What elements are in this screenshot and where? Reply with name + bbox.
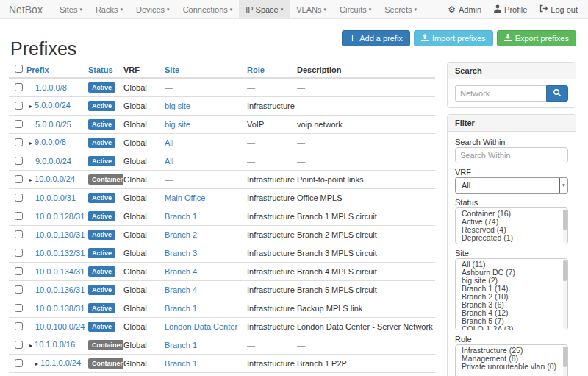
listbox-option[interactable]: Branch 4 (12)	[462, 309, 562, 317]
prefix-link[interactable]: 5.0.0.0/25	[35, 120, 71, 129]
listbox-option[interactable]: Ashburn DC (7)	[462, 269, 562, 277]
listbox-option[interactable]: Branch 3 (6)	[462, 301, 562, 309]
column-header-status[interactable]: Status	[88, 65, 113, 74]
add-prefix-button[interactable]: Add a prefix	[342, 30, 410, 46]
row-checkbox[interactable]	[15, 267, 23, 275]
prefix-link[interactable]: 9.0.0.0/8	[35, 138, 66, 146]
expand-caret-icon[interactable]: ▸	[29, 177, 32, 183]
listbox-option[interactable]: Branch 2 (10)	[462, 293, 562, 301]
site-link[interactable]: big site	[165, 120, 190, 129]
nav-item[interactable]: Devices ▾	[129, 0, 176, 18]
column-header-prefix[interactable]: Prefix	[26, 65, 49, 74]
row-checkbox[interactable]	[15, 322, 23, 330]
row-checkbox[interactable]	[15, 102, 23, 110]
listbox-option[interactable]: Private unrouteable vlan (0)	[462, 363, 562, 371]
site-link[interactable]: Branch 1	[165, 304, 197, 313]
role-listbox[interactable]: Infrastructure (25) Management (8) Priva…	[455, 344, 568, 376]
listbox-option[interactable]: Infrastructure (25)	[462, 347, 562, 355]
row-checkbox[interactable]	[15, 120, 23, 128]
site-link[interactable]: Branch 1	[165, 341, 197, 350]
prefix-link[interactable]: 10.0.0.134/31	[35, 267, 85, 276]
listbox-option[interactable]: Branch 5 (7)	[462, 317, 562, 325]
prefix-link[interactable]: 10.0.100.0/24	[35, 322, 85, 331]
select-all-checkbox[interactable]	[15, 65, 23, 73]
site-link[interactable]: Branch 2	[165, 230, 197, 239]
site-link[interactable]: Branch 3	[165, 249, 197, 258]
prefix-link[interactable]: 5.0.0.0/24	[35, 101, 71, 110]
row-checkbox[interactable]	[15, 249, 23, 257]
prefix-link[interactable]: 10.0.0.0/24	[35, 174, 75, 183]
prefix-link[interactable]: 1.0.0.0/8	[35, 83, 67, 92]
nav-item[interactable]: VLANs ▾	[290, 0, 333, 18]
prefix-link[interactable]: 10.0.0.136/31	[35, 285, 85, 294]
row-checkbox[interactable]	[15, 285, 23, 294]
expand-caret-icon[interactable]: ▸	[29, 342, 32, 349]
nav-item[interactable]: Sites ▾	[53, 0, 89, 18]
listbox-option[interactable]: All (11)	[462, 260, 562, 269]
site-link[interactable]: London Data Center	[165, 322, 237, 331]
row-checkbox[interactable]	[15, 175, 23, 183]
site-link[interactable]: Branch 1	[165, 359, 197, 368]
row-checkbox[interactable]	[15, 157, 23, 165]
listbox-option[interactable]: Active (74)	[462, 218, 562, 226]
row-checkbox[interactable]	[15, 341, 23, 349]
listbox-option[interactable]: COLO-1-2A (3)	[462, 325, 562, 330]
listbox-option[interactable]: big site (2)	[462, 277, 562, 285]
prefix-link[interactable]: 10.1.0.0/24	[40, 358, 81, 367]
site-listbox[interactable]: All (11) Ashburn DC (7) big site (2) Bra…	[455, 258, 568, 330]
site-link[interactable]: Main Office	[165, 194, 205, 202]
scrollbar-thumb[interactable]	[563, 260, 567, 281]
row-checkbox[interactable]	[15, 212, 23, 220]
prefix-link[interactable]: 10.0.0.138/31	[35, 304, 85, 313]
prefix-link[interactable]: 10.0.0.132/31	[35, 249, 85, 258]
search-within-input[interactable]	[455, 147, 568, 163]
row-checkbox[interactable]	[15, 230, 23, 238]
export-prefixes-button[interactable]: Export prefixes	[497, 30, 576, 46]
logout-link[interactable]: Log out	[539, 4, 578, 14]
site-link[interactable]: All	[165, 157, 173, 166]
row-checkbox[interactable]	[15, 359, 23, 367]
site-link[interactable]: big site	[165, 102, 190, 110]
nav-item[interactable]: Circuits ▾	[333, 0, 378, 18]
site-link[interactable]: Branch 4	[165, 285, 197, 294]
prefix-link[interactable]: 10.0.0.128/31	[35, 212, 85, 221]
row-checkbox[interactable]	[15, 304, 23, 312]
scrollbar-thumb[interactable]	[563, 347, 567, 367]
admin-link[interactable]: ⚙ Admin	[448, 5, 481, 14]
import-prefixes-button[interactable]: Import prefixes	[414, 30, 493, 46]
indent-spacer	[26, 219, 35, 219]
status-listbox[interactable]: Container (16) Active (74) Reserved (4) …	[455, 207, 568, 244]
listbox-option[interactable]: Container (16)	[462, 210, 562, 218]
listbox-option[interactable]: Reserved (4)	[462, 226, 562, 234]
vrf-select[interactable]: All ▼	[455, 177, 568, 194]
listbox-option[interactable]: Branch 1 (14)	[462, 285, 562, 293]
nav-item[interactable]: Racks ▾	[89, 0, 129, 18]
nav-item[interactable]: Connections ▾	[176, 0, 240, 18]
prefix-link[interactable]: 10.1.0.0/16	[35, 340, 75, 349]
site-link[interactable]: Branch 1	[165, 212, 197, 221]
filter-panel-title: Filter	[448, 115, 576, 132]
profile-link[interactable]: Profile	[494, 4, 527, 14]
column-header-site[interactable]: Site	[165, 65, 179, 74]
nav-item[interactable]: IP Space ▾	[239, 0, 290, 18]
listbox-option[interactable]: Management (8)	[462, 355, 562, 363]
site-link[interactable]: Branch 4	[165, 267, 197, 276]
expand-caret-icon[interactable]: ▸	[35, 361, 38, 367]
vrf-cell: Global	[123, 226, 165, 244]
site-link[interactable]: All	[165, 138, 173, 147]
listbox-option[interactable]: Deprecated (1)	[462, 234, 562, 242]
row-checkbox[interactable]	[15, 194, 23, 202]
row-checkbox[interactable]	[15, 83, 23, 91]
expand-caret-icon[interactable]: ▸	[29, 140, 32, 146]
row-checkbox[interactable]	[15, 138, 23, 146]
prefix-link[interactable]: 10.0.0.130/31	[35, 230, 85, 239]
prefix-link[interactable]: 9.0.0.0/24	[35, 157, 71, 166]
scrollbar-thumb[interactable]	[563, 210, 567, 230]
expand-caret-icon[interactable]: ▸	[29, 103, 32, 110]
column-header-role[interactable]: Role	[247, 65, 265, 74]
nav-item[interactable]: Secrets ▾	[378, 0, 423, 18]
search-input[interactable]	[455, 85, 546, 102]
search-button[interactable]	[546, 85, 568, 102]
app-brand[interactable]: NetBox	[9, 0, 43, 18]
prefix-link[interactable]: 10.0.0.0/31	[35, 194, 76, 202]
